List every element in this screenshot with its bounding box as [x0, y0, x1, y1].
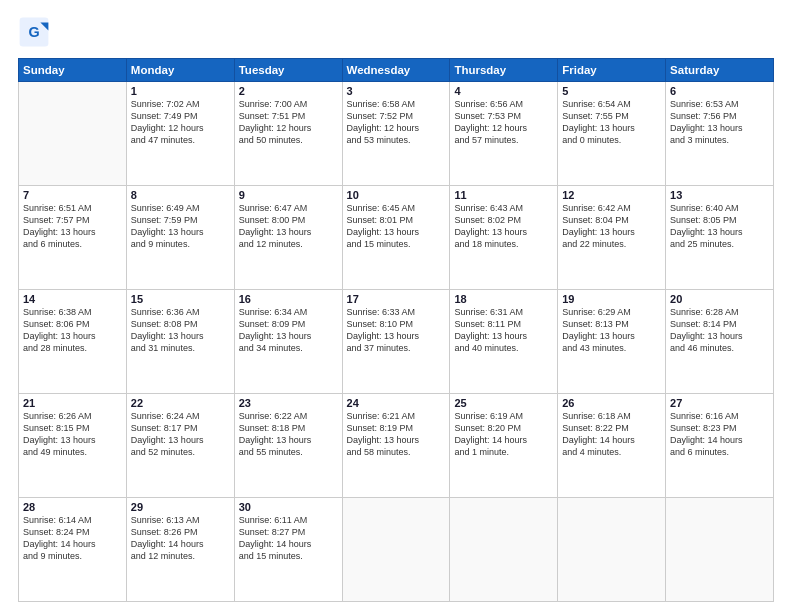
calendar-cell: 26Sunrise: 6:18 AM Sunset: 8:22 PM Dayli… — [558, 394, 666, 498]
day-number: 29 — [131, 501, 230, 513]
day-info: Sunrise: 6:45 AM Sunset: 8:01 PM Dayligh… — [347, 202, 446, 251]
day-info: Sunrise: 6:36 AM Sunset: 8:08 PM Dayligh… — [131, 306, 230, 355]
day-info: Sunrise: 6:22 AM Sunset: 8:18 PM Dayligh… — [239, 410, 338, 459]
calendar-cell: 25Sunrise: 6:19 AM Sunset: 8:20 PM Dayli… — [450, 394, 558, 498]
calendar-cell: 9Sunrise: 6:47 AM Sunset: 8:00 PM Daylig… — [234, 186, 342, 290]
week-row-4: 28Sunrise: 6:14 AM Sunset: 8:24 PM Dayli… — [19, 498, 774, 602]
col-header-saturday: Saturday — [666, 59, 774, 82]
day-number: 9 — [239, 189, 338, 201]
day-info: Sunrise: 6:42 AM Sunset: 8:04 PM Dayligh… — [562, 202, 661, 251]
day-info: Sunrise: 6:19 AM Sunset: 8:20 PM Dayligh… — [454, 410, 553, 459]
calendar-cell — [19, 82, 127, 186]
day-number: 18 — [454, 293, 553, 305]
day-info: Sunrise: 6:58 AM Sunset: 7:52 PM Dayligh… — [347, 98, 446, 147]
day-number: 13 — [670, 189, 769, 201]
day-number: 27 — [670, 397, 769, 409]
day-info: Sunrise: 6:34 AM Sunset: 8:09 PM Dayligh… — [239, 306, 338, 355]
calendar-cell: 12Sunrise: 6:42 AM Sunset: 8:04 PM Dayli… — [558, 186, 666, 290]
day-info: Sunrise: 6:53 AM Sunset: 7:56 PM Dayligh… — [670, 98, 769, 147]
day-info: Sunrise: 6:26 AM Sunset: 8:15 PM Dayligh… — [23, 410, 122, 459]
calendar-cell: 15Sunrise: 6:36 AM Sunset: 8:08 PM Dayli… — [126, 290, 234, 394]
day-number: 3 — [347, 85, 446, 97]
calendar-cell: 1Sunrise: 7:02 AM Sunset: 7:49 PM Daylig… — [126, 82, 234, 186]
day-info: Sunrise: 6:16 AM Sunset: 8:23 PM Dayligh… — [670, 410, 769, 459]
day-info: Sunrise: 6:40 AM Sunset: 8:05 PM Dayligh… — [670, 202, 769, 251]
day-info: Sunrise: 6:49 AM Sunset: 7:59 PM Dayligh… — [131, 202, 230, 251]
calendar-cell: 7Sunrise: 6:51 AM Sunset: 7:57 PM Daylig… — [19, 186, 127, 290]
day-number: 15 — [131, 293, 230, 305]
day-info: Sunrise: 6:18 AM Sunset: 8:22 PM Dayligh… — [562, 410, 661, 459]
calendar-cell — [558, 498, 666, 602]
calendar-cell: 20Sunrise: 6:28 AM Sunset: 8:14 PM Dayli… — [666, 290, 774, 394]
day-info: Sunrise: 6:51 AM Sunset: 7:57 PM Dayligh… — [23, 202, 122, 251]
calendar-cell: 16Sunrise: 6:34 AM Sunset: 8:09 PM Dayli… — [234, 290, 342, 394]
day-number: 19 — [562, 293, 661, 305]
day-info: Sunrise: 6:14 AM Sunset: 8:24 PM Dayligh… — [23, 514, 122, 563]
week-row-1: 7Sunrise: 6:51 AM Sunset: 7:57 PM Daylig… — [19, 186, 774, 290]
calendar-cell: 8Sunrise: 6:49 AM Sunset: 7:59 PM Daylig… — [126, 186, 234, 290]
calendar-cell: 27Sunrise: 6:16 AM Sunset: 8:23 PM Dayli… — [666, 394, 774, 498]
calendar-cell: 6Sunrise: 6:53 AM Sunset: 7:56 PM Daylig… — [666, 82, 774, 186]
day-info: Sunrise: 6:21 AM Sunset: 8:19 PM Dayligh… — [347, 410, 446, 459]
day-number: 4 — [454, 85, 553, 97]
day-info: Sunrise: 6:33 AM Sunset: 8:10 PM Dayligh… — [347, 306, 446, 355]
calendar-cell: 4Sunrise: 6:56 AM Sunset: 7:53 PM Daylig… — [450, 82, 558, 186]
day-info: Sunrise: 7:02 AM Sunset: 7:49 PM Dayligh… — [131, 98, 230, 147]
day-info: Sunrise: 6:31 AM Sunset: 8:11 PM Dayligh… — [454, 306, 553, 355]
day-info: Sunrise: 6:56 AM Sunset: 7:53 PM Dayligh… — [454, 98, 553, 147]
calendar-cell: 24Sunrise: 6:21 AM Sunset: 8:19 PM Dayli… — [342, 394, 450, 498]
header: G — [18, 16, 774, 48]
day-info: Sunrise: 6:38 AM Sunset: 8:06 PM Dayligh… — [23, 306, 122, 355]
day-number: 12 — [562, 189, 661, 201]
day-info: Sunrise: 6:54 AM Sunset: 7:55 PM Dayligh… — [562, 98, 661, 147]
day-number: 20 — [670, 293, 769, 305]
calendar-table: SundayMondayTuesdayWednesdayThursdayFrid… — [18, 58, 774, 602]
calendar-cell: 3Sunrise: 6:58 AM Sunset: 7:52 PM Daylig… — [342, 82, 450, 186]
calendar-cell: 21Sunrise: 6:26 AM Sunset: 8:15 PM Dayli… — [19, 394, 127, 498]
calendar-cell: 10Sunrise: 6:45 AM Sunset: 8:01 PM Dayli… — [342, 186, 450, 290]
col-header-friday: Friday — [558, 59, 666, 82]
col-header-wednesday: Wednesday — [342, 59, 450, 82]
day-number: 21 — [23, 397, 122, 409]
calendar-cell: 14Sunrise: 6:38 AM Sunset: 8:06 PM Dayli… — [19, 290, 127, 394]
page: G SundayMondayTuesdayWednesdayThursdayFr… — [0, 0, 792, 612]
day-number: 8 — [131, 189, 230, 201]
day-info: Sunrise: 6:13 AM Sunset: 8:26 PM Dayligh… — [131, 514, 230, 563]
calendar-cell — [342, 498, 450, 602]
day-info: Sunrise: 6:24 AM Sunset: 8:17 PM Dayligh… — [131, 410, 230, 459]
day-info: Sunrise: 7:00 AM Sunset: 7:51 PM Dayligh… — [239, 98, 338, 147]
calendar-cell: 13Sunrise: 6:40 AM Sunset: 8:05 PM Dayli… — [666, 186, 774, 290]
calendar-cell — [450, 498, 558, 602]
col-header-monday: Monday — [126, 59, 234, 82]
day-number: 14 — [23, 293, 122, 305]
week-row-2: 14Sunrise: 6:38 AM Sunset: 8:06 PM Dayli… — [19, 290, 774, 394]
calendar-cell — [666, 498, 774, 602]
calendar-cell: 2Sunrise: 7:00 AM Sunset: 7:51 PM Daylig… — [234, 82, 342, 186]
day-number: 25 — [454, 397, 553, 409]
col-header-sunday: Sunday — [19, 59, 127, 82]
day-number: 28 — [23, 501, 122, 513]
day-info: Sunrise: 6:47 AM Sunset: 8:00 PM Dayligh… — [239, 202, 338, 251]
calendar-cell: 30Sunrise: 6:11 AM Sunset: 8:27 PM Dayli… — [234, 498, 342, 602]
logo: G — [18, 16, 54, 48]
calendar-header-row: SundayMondayTuesdayWednesdayThursdayFrid… — [19, 59, 774, 82]
day-info: Sunrise: 6:28 AM Sunset: 8:14 PM Dayligh… — [670, 306, 769, 355]
day-number: 16 — [239, 293, 338, 305]
col-header-thursday: Thursday — [450, 59, 558, 82]
day-number: 10 — [347, 189, 446, 201]
calendar-cell: 23Sunrise: 6:22 AM Sunset: 8:18 PM Dayli… — [234, 394, 342, 498]
calendar-cell: 29Sunrise: 6:13 AM Sunset: 8:26 PM Dayli… — [126, 498, 234, 602]
day-number: 7 — [23, 189, 122, 201]
calendar-cell: 18Sunrise: 6:31 AM Sunset: 8:11 PM Dayli… — [450, 290, 558, 394]
day-info: Sunrise: 6:29 AM Sunset: 8:13 PM Dayligh… — [562, 306, 661, 355]
day-number: 26 — [562, 397, 661, 409]
day-info: Sunrise: 6:43 AM Sunset: 8:02 PM Dayligh… — [454, 202, 553, 251]
logo-icon: G — [18, 16, 50, 48]
week-row-0: 1Sunrise: 7:02 AM Sunset: 7:49 PM Daylig… — [19, 82, 774, 186]
day-number: 6 — [670, 85, 769, 97]
day-number: 24 — [347, 397, 446, 409]
calendar-cell: 17Sunrise: 6:33 AM Sunset: 8:10 PM Dayli… — [342, 290, 450, 394]
calendar-cell: 5Sunrise: 6:54 AM Sunset: 7:55 PM Daylig… — [558, 82, 666, 186]
day-info: Sunrise: 6:11 AM Sunset: 8:27 PM Dayligh… — [239, 514, 338, 563]
day-number: 22 — [131, 397, 230, 409]
